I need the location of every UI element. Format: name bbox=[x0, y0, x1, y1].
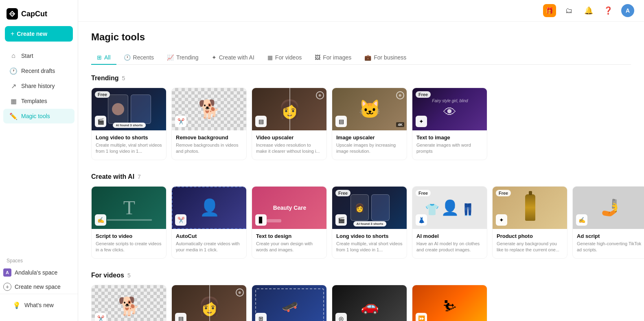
card-ad-script[interactable]: 🤳 ✍ Ad script Generate high-converting T… bbox=[572, 186, 644, 259]
create-with-ai-header: Create with AI 7 bbox=[91, 173, 631, 180]
card-tool-icon-remove-bg: ✂️ bbox=[175, 116, 186, 127]
tab-trending[interactable]: 📈 Trending bbox=[161, 51, 204, 65]
card-thumb-product-photo: Free ✦ bbox=[493, 187, 567, 229]
card-thumb-long-to-shorts-2: 👩 AI found 3 shorts Free 🎬 bbox=[332, 187, 407, 229]
page-title: Magic tools bbox=[91, 31, 631, 43]
magic-tools-icon: ✏️ bbox=[10, 112, 17, 120]
lightbulb-icon: 💡 bbox=[13, 301, 20, 309]
main-content: 🎁 🗂 🔔 ❓ A Magic tools ⊞ All 🕐 Recents 📈 … bbox=[78, 0, 644, 321]
sidebar-item-share-history[interactable]: ↗ Share history bbox=[3, 79, 74, 93]
tab-create-with-ai[interactable]: ✦ Create with AI bbox=[206, 51, 260, 65]
card-thumb-stabilize: 🚗 ◎ bbox=[332, 285, 407, 321]
card-text-to-image[interactable]: Fairy style girl, blind 👁 Free ✦ Text to… bbox=[412, 88, 487, 160]
card-thumb-resize: 🛹 ⊞ bbox=[252, 285, 327, 321]
tab-recents-icon: 🕐 bbox=[124, 54, 131, 61]
card-video-upscaler-v[interactable]: 👩 ⊕ ▤ Video upscaler Increase video reso… bbox=[171, 285, 247, 321]
card-tool-icon-lts2: 🎬 bbox=[335, 214, 347, 226]
card-badge-free-product: Free bbox=[496, 190, 511, 196]
user-avatar[interactable]: A bbox=[621, 4, 634, 17]
app-logo: CapCut bbox=[0, 5, 78, 26]
topbar: 🎁 🗂 🔔 ❓ A bbox=[78, 0, 644, 22]
sidebar-nav: ⌂ Start 🕐 Recent drafts ↗ Share history … bbox=[0, 48, 78, 253]
card-tool-icon-resize: ⊞ bbox=[255, 313, 267, 321]
gift-icon[interactable]: 🎁 bbox=[543, 4, 556, 17]
plus-circle-icon: + bbox=[3, 283, 11, 291]
for-videos-section: For videos 5 🐕 ✂️ Remove background bbox=[91, 272, 631, 321]
card-tool-icon-script: ✍ bbox=[95, 214, 106, 226]
tab-for-business[interactable]: 💼 For business bbox=[359, 51, 412, 65]
card-tool-icon-ad-script: ✍ bbox=[576, 214, 587, 226]
home-icon: ⌂ bbox=[10, 52, 17, 59]
space-avatar: A bbox=[3, 268, 11, 277]
card-thumb-ad-script: 🤳 ✍ bbox=[573, 187, 644, 229]
card-long-to-shorts-2[interactable]: 👩 AI found 3 shorts Free 🎬 Long video to… bbox=[332, 186, 407, 259]
bell-icon[interactable]: 🔔 bbox=[582, 4, 595, 17]
card-thumb-text-to-image: Fairy style girl, blind 👁 Free ✦ bbox=[412, 88, 487, 130]
card-tool-icon-text-to-image: ✦ bbox=[416, 116, 427, 127]
spaces-section: Spaces bbox=[0, 253, 78, 265]
card-thumb-long-to-shorts: AI found 3 shorts Free 🎬 bbox=[92, 88, 166, 130]
tab-ai-icon: ✦ bbox=[212, 54, 217, 61]
card-ai-model[interactable]: 👕 👤 👖 Free 👗 AI model Have an AI model t… bbox=[412, 186, 487, 259]
card-autocut[interactable]: 👤 ✂️ AutoCut Automatically create videos… bbox=[171, 186, 247, 259]
tab-all[interactable]: ⊞ All bbox=[91, 51, 116, 65]
andalula-space[interactable]: A Andalula's space bbox=[0, 266, 78, 279]
card-script-to-video[interactable]: T ✍ Script to video Generate scripts to … bbox=[91, 186, 166, 259]
card-badge-free: Free bbox=[95, 91, 110, 98]
sidebar-item-magic-tools[interactable]: ✏️ Magic tools bbox=[3, 109, 74, 123]
card-long-to-shorts[interactable]: AI found 3 shorts Free 🎬 Long video to s… bbox=[91, 88, 166, 160]
sidebar-item-templates[interactable]: ▦ Templates bbox=[3, 94, 74, 108]
card-thumb-text-to-design: Beauty Care ▊ bbox=[252, 187, 327, 229]
archive-icon[interactable]: 🗂 bbox=[563, 4, 576, 17]
tab-for-videos[interactable]: ▦ For videos bbox=[262, 51, 307, 65]
card-text-to-design[interactable]: Beauty Care ▊ Text to design Create your… bbox=[252, 186, 327, 259]
card-tool-icon-ai-model: 👗 bbox=[416, 214, 427, 226]
for-videos-header: For videos 5 bbox=[91, 272, 631, 279]
tabs-bar: ⊞ All 🕐 Recents 📈 Trending ✦ Create with… bbox=[91, 51, 631, 65]
card-tool-icon-video-upscaler: ▤ bbox=[255, 116, 267, 127]
card-tool-icon-video-upscaler-v: ▤ bbox=[175, 313, 186, 321]
card-resize-video[interactable]: 🛹 ⊞ Resize video Resize video to fit any… bbox=[252, 285, 327, 321]
card-thumb-video-upscaler: 👩 ⊕ ▤ bbox=[252, 88, 327, 130]
tab-images-icon: 🖼 bbox=[315, 54, 320, 61]
card-video-upscaler[interactable]: 👩 ⊕ ▤ Video upscaler Increase video reso… bbox=[252, 88, 327, 160]
tab-business-icon: 💼 bbox=[364, 54, 371, 61]
sidebar-item-whats-new[interactable]: 💡 What's new bbox=[7, 298, 71, 312]
tab-for-images[interactable]: 🖼 For images bbox=[309, 51, 357, 65]
card-thumb-slow-motion: ⛷ ⏩ bbox=[412, 285, 487, 321]
help-icon[interactable]: ❓ bbox=[602, 4, 615, 17]
page-content: Magic tools ⊞ All 🕐 Recents 📈 Trending ✦… bbox=[78, 22, 644, 321]
topbar-icons: 🎁 🗂 🔔 ❓ A bbox=[543, 4, 634, 17]
card-tool-icon-remove-bg-v: ✂️ bbox=[95, 313, 106, 321]
card-thumb-image-upscaler: 🐱 ⊕ 4K ▤ bbox=[332, 88, 407, 130]
card-video-stabilization[interactable]: 🚗 ◎ Video stabilization Stabilize shaky … bbox=[332, 285, 407, 321]
tab-recents[interactable]: 🕐 Recents bbox=[118, 51, 160, 65]
create-with-ai-cards-grid: T ✍ Script to video Generate scripts to … bbox=[91, 186, 631, 259]
tab-trending-icon: 📈 bbox=[167, 54, 174, 61]
card-image-upscaler[interactable]: 🐱 ⊕ 4K ▤ Image upscaler Upscale images b… bbox=[332, 88, 407, 160]
card-thumb-video-upscaler-v: 👩 ⊕ ▤ bbox=[172, 285, 247, 321]
sidebar-item-recent-drafts[interactable]: 🕐 Recent drafts bbox=[3, 64, 74, 78]
card-super-slow-motion[interactable]: ⛷ ⏩ Super slow motion Convert any video … bbox=[412, 285, 487, 321]
for-videos-cards-grid: 🐕 ✂️ Remove background Remove background… bbox=[91, 285, 631, 321]
card-tool-icon-product: ✦ bbox=[496, 214, 507, 226]
tab-all-icon: ⊞ bbox=[97, 54, 102, 61]
sidebar-item-start[interactable]: ⌂ Start bbox=[3, 48, 74, 63]
create-new-space[interactable]: + Create new space bbox=[0, 280, 78, 294]
card-tool-icon-autocut: ✂️ bbox=[175, 214, 186, 226]
sidebar-bottom: 💡 What's new bbox=[0, 294, 78, 316]
card-remove-background-v[interactable]: 🐕 ✂️ Remove background Remove background… bbox=[91, 285, 166, 321]
trending-section: Trending 5 bbox=[91, 75, 631, 160]
share-icon: ↗ bbox=[10, 82, 17, 90]
card-tool-icon-text-to-design: ▊ bbox=[255, 214, 267, 226]
card-badge-free-tti: Free bbox=[416, 91, 431, 98]
card-tool-icon-slow-motion: ⏩ bbox=[416, 313, 427, 321]
sidebar: CapCut + Create new ⌂ Start 🕐 Recent dra… bbox=[0, 0, 78, 321]
create-with-ai-section: Create with AI 7 T ✍ Script to video Gen… bbox=[91, 173, 631, 259]
card-remove-background[interactable]: 🐕 ✂️ Remove background Remove background… bbox=[171, 88, 247, 160]
card-product-photo[interactable]: Free ✦ Product photo Generate any backgr… bbox=[492, 186, 567, 259]
card-tool-icon-stabilize: ◎ bbox=[335, 313, 347, 321]
card-thumb-remove-bg-v: 🐕 ✂️ bbox=[92, 285, 166, 321]
create-new-button[interactable]: + Create new bbox=[5, 26, 73, 42]
trending-cards-grid: AI found 3 shorts Free 🎬 Long video to s… bbox=[91, 88, 631, 160]
